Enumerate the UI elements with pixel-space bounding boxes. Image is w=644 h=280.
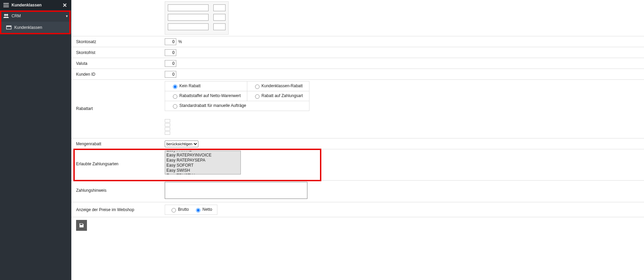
input-skontofrist[interactable] bbox=[165, 49, 176, 56]
row-erlaubte-zahlungsarten: Erlaubte Zahlungsarten Easy PAYPAL Easy … bbox=[71, 149, 644, 180]
svg-rect-2 bbox=[3, 6, 9, 7]
radio-brutto[interactable]: Brutto bbox=[170, 207, 189, 212]
row-kundenid: Kunden ID bbox=[71, 69, 644, 79]
people-icon bbox=[3, 13, 9, 19]
label-skontofrist: Skontofrist bbox=[71, 50, 165, 55]
svg-rect-6 bbox=[6, 26, 11, 27]
main-form-area: Skontosatz % Skontofrist Valuta Kunden I… bbox=[71, 0, 644, 280]
label-skontosatz: Skontosatz bbox=[71, 39, 165, 44]
listbox-zahlungsarten[interactable]: Easy PAYPAL Easy RATEPAYINVOICE Easy RAT… bbox=[165, 151, 241, 174]
menu-icon[interactable] bbox=[3, 2, 9, 8]
list-item[interactable]: Easy RATEPAYSEPA bbox=[165, 158, 240, 163]
row-rabattart: Rabattart Kein Rabatt Kundenklassen-Raba… bbox=[71, 79, 644, 138]
row-skontosatz: Skontosatz % bbox=[71, 36, 644, 47]
row-skontofrist: Skontofrist bbox=[71, 47, 644, 58]
save-icon bbox=[79, 223, 84, 228]
textarea-zahlungshinweis[interactable] bbox=[165, 182, 307, 199]
sidebar: Kundenklassen ✕ CRM ▾ Kundenklassen bbox=[0, 0, 71, 280]
label-zahlungshinweis: Zahlungshinweis bbox=[71, 181, 165, 193]
window-icon bbox=[6, 25, 12, 30]
triple-input-3a[interactable] bbox=[168, 23, 209, 30]
svg-point-4 bbox=[6, 14, 8, 16]
row-valuta: Valuta bbox=[71, 58, 644, 69]
sidebar-item-label: Kundenklassen bbox=[14, 25, 42, 30]
radio-kundenklassen-rabatt[interactable]: Kundenklassen-Rabatt bbox=[253, 83, 303, 88]
save-button[interactable] bbox=[76, 220, 87, 231]
suffix-percent: % bbox=[178, 39, 182, 44]
triple-input-block bbox=[165, 1, 229, 35]
triple-input-1b[interactable] bbox=[213, 4, 226, 11]
label-anzeige-preise: Anzeige der Preise im Webshop bbox=[71, 207, 165, 212]
list-item[interactable]: Easy TRUSTLY bbox=[165, 173, 240, 174]
radio-netto[interactable]: Netto bbox=[194, 207, 212, 212]
sidebar-title: Kundenklassen bbox=[12, 3, 61, 7]
sidebar-header: Kundenklassen ✕ bbox=[0, 0, 71, 10]
anzeige-radio-group: Brutto Netto bbox=[165, 205, 217, 215]
row-triple-inputs bbox=[71, 0, 644, 36]
label-rabattart: Rabattart bbox=[71, 80, 165, 111]
svg-rect-0 bbox=[3, 3, 9, 4]
svg-point-3 bbox=[4, 14, 6, 16]
row-zahlungshinweis: Zahlungshinweis bbox=[71, 180, 644, 202]
rabattart-sub-stubs bbox=[165, 113, 170, 137]
radio-rabattstaffel[interactable]: Rabattstaffel auf Netto-Warenwert bbox=[171, 93, 241, 98]
close-icon[interactable]: ✕ bbox=[61, 2, 68, 8]
rabattart-radio-group: Kein Rabatt Kundenklassen-Rabatt Rabatts… bbox=[165, 81, 309, 111]
list-item[interactable]: Easy SOFORT bbox=[165, 163, 240, 168]
triple-input-1a[interactable] bbox=[168, 4, 209, 11]
radio-rabatt-zahlungsart[interactable]: Rabatt auf Zahlungsart bbox=[253, 93, 303, 98]
label-mengenrabatt: Mengenrabatt bbox=[71, 142, 165, 146]
select-mengenrabatt[interactable]: berücksichtigen bbox=[165, 141, 198, 147]
list-item[interactable]: Easy SWISH bbox=[165, 168, 240, 173]
radio-standardrabatt[interactable]: Standardrabatt für manuelle Aufträge bbox=[171, 103, 246, 108]
sidebar-item-kundenklassen[interactable]: Kundenklassen bbox=[0, 22, 71, 33]
row-mengenrabatt: Mengenrabatt berücksichtigen bbox=[71, 138, 644, 149]
input-valuta[interactable] bbox=[165, 60, 176, 67]
triple-input-3b[interactable] bbox=[213, 23, 226, 30]
triple-input-2a[interactable] bbox=[168, 14, 209, 21]
svg-rect-1 bbox=[3, 5, 9, 5]
label-valuta: Valuta bbox=[71, 61, 165, 66]
input-skontosatz[interactable] bbox=[165, 38, 176, 45]
label-erlaubte-zahlungsarten: Erlaubte Zahlungsarten bbox=[71, 149, 165, 166]
sidebar-group-crm[interactable]: CRM ▾ bbox=[0, 10, 71, 22]
toolbar bbox=[71, 217, 644, 234]
sidebar-group-label: CRM bbox=[12, 14, 66, 18]
chevron-down-icon: ▾ bbox=[66, 14, 68, 18]
triple-input-2b[interactable] bbox=[213, 14, 226, 21]
list-item[interactable]: Easy RATEPAYINVOICE bbox=[165, 153, 240, 158]
radio-kein-rabatt[interactable]: Kein Rabatt bbox=[171, 83, 201, 88]
row-anzeige-preise: Anzeige der Preise im Webshop Brutto Net… bbox=[71, 202, 644, 217]
input-kundenid[interactable] bbox=[165, 71, 176, 78]
label-kundenid: Kunden ID bbox=[71, 72, 165, 77]
